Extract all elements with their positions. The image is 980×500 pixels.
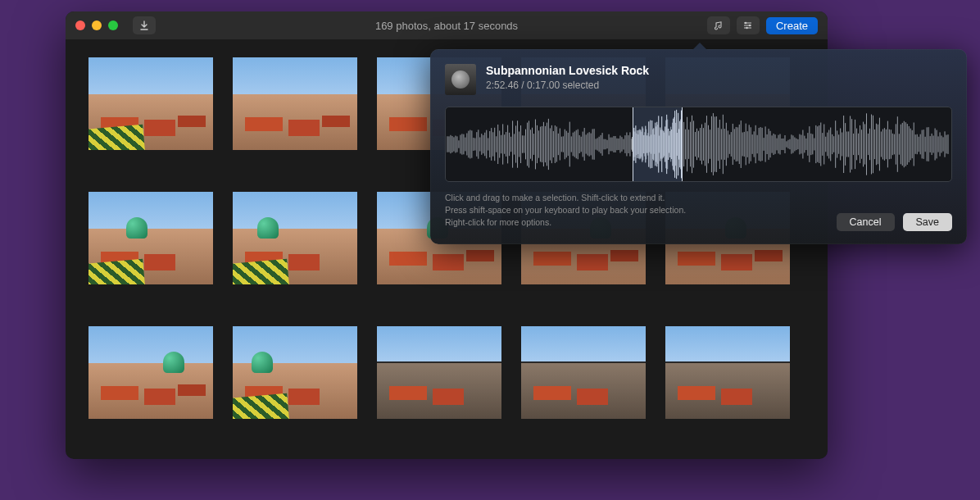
waveform[interactable] — [445, 107, 952, 182]
download-button[interactable] — [133, 16, 156, 34]
photo-thumbnail[interactable] — [233, 192, 357, 284]
save-button[interactable]: Save — [903, 213, 953, 231]
track-title: Subpannonian Lovesick Rock — [486, 64, 649, 77]
album-art — [445, 64, 476, 95]
photo-thumbnail[interactable] — [521, 326, 646, 419]
photo-thumbnail[interactable] — [88, 326, 213, 419]
sliders-icon — [742, 20, 753, 30]
waveform-svg — [446, 107, 951, 181]
waveform-selection[interactable] — [633, 107, 682, 181]
hint-line: Click and drag to make a selection. Shif… — [445, 192, 952, 204]
minimize-window-icon[interactable] — [92, 20, 102, 30]
photo-thumbnail[interactable] — [88, 57, 213, 150]
photo-thumbnail[interactable] — [88, 192, 213, 284]
svg-point-2 — [746, 27, 749, 30]
svg-point-0 — [745, 22, 747, 25]
popover-arrow — [692, 43, 707, 50]
music-icon — [714, 20, 724, 30]
photo-thumbnail[interactable] — [233, 326, 357, 419]
track-duration: 2:52.46 / 0:17.00 selected — [486, 80, 649, 91]
create-button[interactable]: Create — [766, 17, 818, 34]
photo-thumbnail[interactable] — [377, 326, 501, 419]
audio-selection-popover: Subpannonian Lovesick Rock 2:52.46 / 0:1… — [430, 49, 967, 244]
download-icon — [139, 20, 149, 30]
settings-sliders-button[interactable] — [737, 16, 760, 34]
close-window-icon[interactable] — [75, 20, 85, 30]
photo-thumbnail[interactable] — [233, 57, 357, 150]
window-controls — [75, 20, 118, 30]
window-title: 169 photos, about 17 seconds — [375, 20, 518, 32]
titlebar: 169 photos, about 17 seconds Create — [66, 11, 828, 39]
music-button[interactable] — [707, 16, 730, 34]
photo-thumbnail[interactable] — [665, 326, 790, 419]
cancel-button[interactable]: Cancel — [837, 213, 895, 231]
zoom-window-icon[interactable] — [108, 20, 118, 30]
svg-point-1 — [749, 25, 751, 27]
